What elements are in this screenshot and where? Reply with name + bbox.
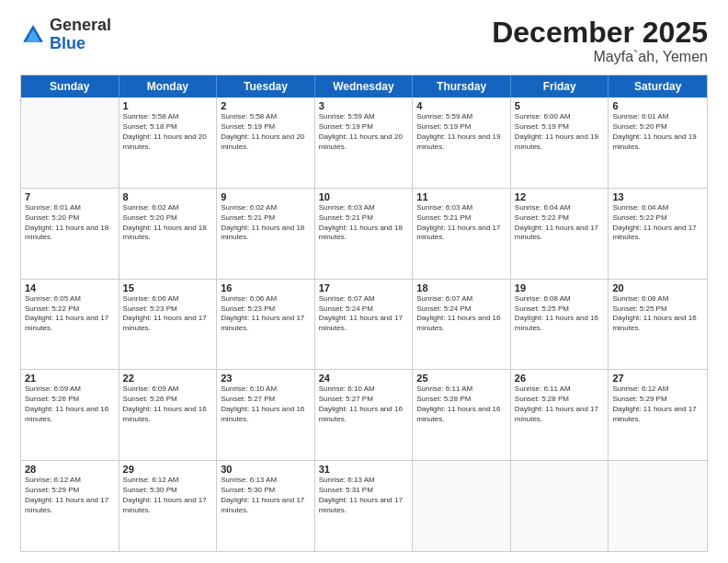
calendar-cell: 2Sunrise: 5:58 AM Sunset: 5:19 PM Daylig… xyxy=(217,98,315,188)
header: General Blue December 2025 Mayfa`ah, Yem… xyxy=(20,17,708,65)
day-number: 15 xyxy=(123,282,213,293)
calendar-header-day: Friday xyxy=(511,75,609,98)
calendar-cell: 6Sunrise: 6:01 AM Sunset: 5:20 PM Daylig… xyxy=(609,98,707,188)
cell-info: Sunrise: 6:00 AM Sunset: 5:19 PM Dayligh… xyxy=(515,112,605,152)
month-title: December 2025 xyxy=(492,17,708,49)
calendar-cell: 9Sunrise: 6:02 AM Sunset: 5:21 PM Daylig… xyxy=(217,189,315,279)
day-number: 18 xyxy=(416,282,506,293)
calendar-cell: 10Sunrise: 6:03 AM Sunset: 5:21 PM Dayli… xyxy=(315,189,414,279)
calendar: SundayMondayTuesdayWednesdayThursdayFrid… xyxy=(20,75,708,552)
calendar-header: SundayMondayTuesdayWednesdayThursdayFrid… xyxy=(21,75,707,98)
calendar-row: 1Sunrise: 5:58 AM Sunset: 5:18 PM Daylig… xyxy=(21,98,707,188)
calendar-cell: 16Sunrise: 6:06 AM Sunset: 5:23 PM Dayli… xyxy=(217,280,315,370)
calendar-row: 28Sunrise: 6:12 AM Sunset: 5:29 PM Dayli… xyxy=(21,460,707,551)
calendar-cell: 23Sunrise: 6:10 AM Sunset: 5:27 PM Dayli… xyxy=(217,370,315,460)
calendar-cell: 12Sunrise: 6:04 AM Sunset: 5:22 PM Dayli… xyxy=(511,189,609,279)
calendar-cell: 15Sunrise: 6:06 AM Sunset: 5:23 PM Dayli… xyxy=(119,280,218,370)
calendar-cell: 14Sunrise: 6:05 AM Sunset: 5:22 PM Dayli… xyxy=(21,280,119,370)
day-number: 21 xyxy=(25,373,115,384)
cell-info: Sunrise: 6:06 AM Sunset: 5:23 PM Dayligh… xyxy=(123,294,213,334)
location: Mayfa`ah, Yemen xyxy=(492,49,708,65)
calendar-cell: 8Sunrise: 6:02 AM Sunset: 5:20 PM Daylig… xyxy=(119,189,218,279)
calendar-cell: 28Sunrise: 6:12 AM Sunset: 5:29 PM Dayli… xyxy=(21,461,119,551)
cell-info: Sunrise: 5:59 AM Sunset: 5:19 PM Dayligh… xyxy=(319,112,409,152)
calendar-cell: 27Sunrise: 6:12 AM Sunset: 5:29 PM Dayli… xyxy=(609,370,707,460)
cell-info: Sunrise: 6:05 AM Sunset: 5:22 PM Dayligh… xyxy=(25,294,115,334)
calendar-cell: 5Sunrise: 6:00 AM Sunset: 5:19 PM Daylig… xyxy=(511,98,609,188)
calendar-header-day: Sunday xyxy=(21,75,119,98)
day-number: 7 xyxy=(25,191,115,202)
day-number: 27 xyxy=(612,373,703,384)
calendar-cell: 17Sunrise: 6:07 AM Sunset: 5:24 PM Dayli… xyxy=(315,280,414,370)
cell-info: Sunrise: 5:59 AM Sunset: 5:19 PM Dayligh… xyxy=(416,112,506,152)
calendar-cell: 13Sunrise: 6:04 AM Sunset: 5:22 PM Dayli… xyxy=(609,189,707,279)
calendar-row: 21Sunrise: 6:09 AM Sunset: 5:26 PM Dayli… xyxy=(21,369,707,460)
cell-info: Sunrise: 6:07 AM Sunset: 5:24 PM Dayligh… xyxy=(416,294,506,334)
day-number: 20 xyxy=(612,282,703,293)
calendar-cell xyxy=(413,461,511,551)
day-number: 8 xyxy=(123,191,213,202)
calendar-row: 14Sunrise: 6:05 AM Sunset: 5:22 PM Dayli… xyxy=(21,279,707,370)
calendar-body: 1Sunrise: 5:58 AM Sunset: 5:18 PM Daylig… xyxy=(21,98,707,551)
calendar-cell: 11Sunrise: 6:03 AM Sunset: 5:21 PM Dayli… xyxy=(413,189,511,279)
day-number: 17 xyxy=(319,282,409,293)
cell-info: Sunrise: 6:10 AM Sunset: 5:27 PM Dayligh… xyxy=(319,385,409,424)
page: General Blue December 2025 Mayfa`ah, Yem… xyxy=(0,0,728,563)
day-number: 1 xyxy=(123,100,213,111)
calendar-header-day: Saturday xyxy=(609,75,707,98)
cell-info: Sunrise: 6:13 AM Sunset: 5:31 PM Dayligh… xyxy=(319,476,409,515)
cell-info: Sunrise: 6:03 AM Sunset: 5:21 PM Dayligh… xyxy=(416,203,506,243)
calendar-cell: 19Sunrise: 6:08 AM Sunset: 5:25 PM Dayli… xyxy=(511,280,609,370)
calendar-header-day: Monday xyxy=(119,75,218,98)
calendar-cell: 18Sunrise: 6:07 AM Sunset: 5:24 PM Dayli… xyxy=(413,280,511,370)
day-number: 12 xyxy=(515,191,605,202)
cell-info: Sunrise: 6:02 AM Sunset: 5:21 PM Dayligh… xyxy=(221,203,311,243)
day-number: 30 xyxy=(221,464,311,475)
day-number: 10 xyxy=(319,191,409,202)
calendar-cell: 3Sunrise: 5:59 AM Sunset: 5:19 PM Daylig… xyxy=(315,98,414,188)
cell-info: Sunrise: 5:58 AM Sunset: 5:18 PM Dayligh… xyxy=(123,112,213,152)
cell-info: Sunrise: 6:02 AM Sunset: 5:20 PM Dayligh… xyxy=(123,203,213,243)
day-number: 29 xyxy=(123,464,213,475)
calendar-cell: 31Sunrise: 6:13 AM Sunset: 5:31 PM Dayli… xyxy=(315,461,414,551)
cell-info: Sunrise: 6:06 AM Sunset: 5:23 PM Dayligh… xyxy=(221,294,311,334)
day-number: 25 xyxy=(416,373,506,384)
cell-info: Sunrise: 6:12 AM Sunset: 5:29 PM Dayligh… xyxy=(612,385,703,424)
calendar-cell: 22Sunrise: 6:09 AM Sunset: 5:26 PM Dayli… xyxy=(119,370,218,460)
cell-info: Sunrise: 5:58 AM Sunset: 5:19 PM Dayligh… xyxy=(221,112,311,152)
day-number: 28 xyxy=(25,464,115,475)
cell-info: Sunrise: 6:10 AM Sunset: 5:27 PM Dayligh… xyxy=(221,385,311,424)
calendar-cell xyxy=(511,461,609,551)
logo: General Blue xyxy=(20,17,111,53)
calendar-cell: 21Sunrise: 6:09 AM Sunset: 5:26 PM Dayli… xyxy=(21,370,119,460)
calendar-cell: 4Sunrise: 5:59 AM Sunset: 5:19 PM Daylig… xyxy=(413,98,511,188)
day-number: 6 xyxy=(612,100,703,111)
day-number: 16 xyxy=(221,282,311,293)
calendar-cell: 30Sunrise: 6:13 AM Sunset: 5:30 PM Dayli… xyxy=(217,461,315,551)
cell-info: Sunrise: 6:01 AM Sunset: 5:20 PM Dayligh… xyxy=(25,203,115,243)
cell-info: Sunrise: 6:01 AM Sunset: 5:20 PM Dayligh… xyxy=(612,112,703,152)
logo-icon xyxy=(20,22,46,48)
calendar-cell: 29Sunrise: 6:12 AM Sunset: 5:30 PM Dayli… xyxy=(119,461,218,551)
calendar-cell: 25Sunrise: 6:11 AM Sunset: 5:28 PM Dayli… xyxy=(413,370,511,460)
cell-info: Sunrise: 6:11 AM Sunset: 5:28 PM Dayligh… xyxy=(515,385,605,424)
cell-info: Sunrise: 6:13 AM Sunset: 5:30 PM Dayligh… xyxy=(221,476,311,515)
cell-info: Sunrise: 6:08 AM Sunset: 5:25 PM Dayligh… xyxy=(612,294,703,334)
day-number: 5 xyxy=(515,100,605,111)
cell-info: Sunrise: 6:03 AM Sunset: 5:21 PM Dayligh… xyxy=(319,203,409,243)
calendar-header-day: Wednesday xyxy=(315,75,414,98)
cell-info: Sunrise: 6:12 AM Sunset: 5:29 PM Dayligh… xyxy=(25,476,115,515)
day-number: 13 xyxy=(612,191,703,202)
day-number: 24 xyxy=(319,373,409,384)
day-number: 14 xyxy=(25,282,115,293)
logo-general: General xyxy=(50,16,111,34)
cell-info: Sunrise: 6:08 AM Sunset: 5:25 PM Dayligh… xyxy=(515,294,605,334)
calendar-cell: 7Sunrise: 6:01 AM Sunset: 5:20 PM Daylig… xyxy=(21,189,119,279)
calendar-header-day: Thursday xyxy=(413,75,511,98)
day-number: 3 xyxy=(319,100,409,111)
day-number: 11 xyxy=(416,191,506,202)
day-number: 26 xyxy=(515,373,605,384)
cell-info: Sunrise: 6:09 AM Sunset: 5:26 PM Dayligh… xyxy=(123,385,213,424)
day-number: 19 xyxy=(515,282,605,293)
calendar-cell: 1Sunrise: 5:58 AM Sunset: 5:18 PM Daylig… xyxy=(119,98,218,188)
